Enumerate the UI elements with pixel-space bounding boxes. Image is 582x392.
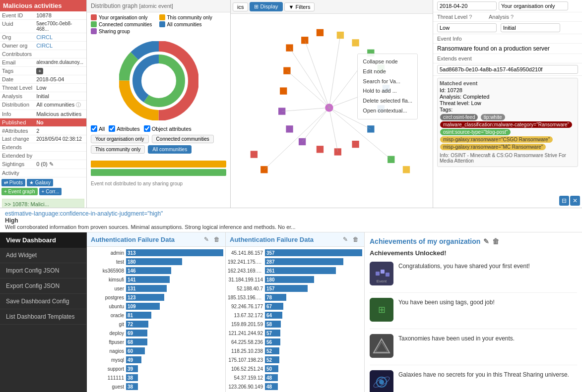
table-row: Distribution All communities ⓘ: [0, 101, 86, 110]
threat-input[interactable]: [437, 23, 497, 32]
prog-row-1: [91, 161, 226, 168]
table-row: Org CIRCL: [0, 33, 86, 42]
table-row: Activity: [0, 169, 86, 177]
close-button[interactable]: ✕: [570, 196, 580, 206]
context-item[interactable]: Open contextual...: [363, 106, 412, 116]
dist-atomic: [atomic event]: [139, 3, 173, 9]
display-button[interactable]: ⊞ Display: [250, 2, 282, 11]
sidebar-item-import-config[interactable]: Import Config JSON: [0, 263, 86, 279]
tags-badge[interactable]: +: [36, 68, 43, 74]
context-item[interactable]: Search for Va...: [363, 77, 412, 87]
sidebar-item-list-templates[interactable]: List Dashboard Templates: [0, 309, 86, 325]
checkbox-object-attributes[interactable]: Object attributes: [144, 125, 192, 132]
bar-value: 56: [266, 339, 272, 345]
list-item: 31.184.199.114 180: [228, 276, 362, 283]
filters-button[interactable]: ▼ Filters: [284, 2, 315, 11]
bar-fill: 48: [265, 374, 278, 381]
radio-this-community[interactable]: This community only: [91, 145, 145, 154]
delete-widget-left[interactable]: 🗑: [212, 235, 221, 243]
bar-label: ftpuser: [89, 339, 126, 345]
svg-rect-28: [251, 151, 258, 158]
edit-widget-left[interactable]: ✎: [202, 235, 210, 243]
bar-fill: 50: [265, 365, 278, 372]
event-info-label: Event Info: [437, 36, 477, 42]
event-info-value: Ransomware found on a production server: [437, 45, 550, 52]
bar-label: 123.206.90.149: [228, 384, 265, 390]
checkbox-attributes[interactable]: Attributes: [109, 125, 139, 132]
ics-button[interactable]: ics: [233, 2, 248, 11]
context-item[interactable]: Delete selected fla...: [363, 96, 412, 106]
event-achievement-icon: Event: [370, 262, 393, 285]
sidebar-item-export-config[interactable]: Export Config JSON: [0, 279, 86, 294]
radio-connected[interactable]: Connected communities: [152, 135, 214, 143]
sidebar-item-save-dashboard[interactable]: Save Dashboard Config: [0, 294, 86, 309]
bar-value: 67: [266, 304, 272, 309]
radio-all-communities[interactable]: All communities: [148, 145, 192, 154]
bar-outer: 157: [265, 285, 362, 292]
org-input[interactable]: [499, 1, 568, 10]
bar-outer: 261: [265, 267, 362, 274]
bar-outer: 48: [265, 383, 362, 390]
list-item: test 180: [89, 258, 223, 266]
svg-rect-7: [286, 44, 293, 51]
ach-edit-icon[interactable]: ✎: [483, 237, 489, 245]
bar-label: guest: [89, 384, 126, 390]
bar-label: nagios: [89, 348, 126, 354]
analysis-input[interactable]: [501, 23, 560, 32]
context-item[interactable]: Hold to add ...: [363, 86, 412, 96]
bar-fill: 39: [126, 365, 138, 372]
conf-line: estimative-language:confidence-in-analyt…: [5, 210, 577, 217]
legend-dot-orange: [159, 14, 165, 20]
context-item[interactable]: Edit node: [363, 67, 412, 77]
bar-value: 131: [128, 286, 136, 291]
sidebar: View Dashboard Add Widget Import Config …: [0, 232, 87, 392]
sidebar-item-add-widget[interactable]: Add Widget: [0, 248, 86, 263]
bar-fill: 49: [126, 356, 141, 363]
tag-achievement-icon: ⊞: [370, 298, 393, 322]
bar-value: 38: [128, 375, 133, 381]
dist-title: Distribution graph: [91, 2, 137, 9]
date-input[interactable]: [437, 1, 497, 10]
bar-fill: 64: [265, 312, 282, 319]
galaxy-button[interactable]: ★ Galaxy: [27, 179, 53, 186]
event-graph-button[interactable]: + Event graph: [1, 188, 38, 195]
ach-icon-event: Event: [370, 262, 393, 285]
bar-outer: 141: [126, 276, 223, 283]
pivots-button[interactable]: ⇄ Pivots: [1, 179, 25, 186]
svg-point-61: [379, 380, 384, 385]
list-item: guest 38: [89, 383, 223, 391]
list-item: nagios 60: [89, 347, 223, 355]
org-link[interactable]: CIRCL: [36, 34, 53, 40]
list-item: 111111 38: [89, 374, 223, 382]
prog-bar-outer-2: [91, 169, 226, 176]
edit-widget-right[interactable]: ✎: [341, 235, 349, 243]
bar-label: 64.225.58.236: [228, 339, 265, 345]
bar-fill: 67: [265, 303, 283, 310]
corr-button[interactable]: + Corr...: [39, 188, 62, 195]
ach-delete-icon[interactable]: 🗑: [492, 237, 499, 245]
bar-outer: 69: [126, 330, 223, 336]
bar-value: 50: [266, 366, 272, 372]
malicious-panel: Malicious activities Event ID 10878 Uuid…: [0, 0, 87, 208]
checkbox-all[interactable]: All: [91, 125, 105, 132]
bar-label: 192.241.175.115: [228, 259, 265, 265]
svg-line-30: [305, 40, 329, 108]
dist-radio-row: Your organisation only Connected communi…: [91, 135, 226, 143]
bar-fill: 48: [265, 383, 278, 390]
bar-outer: 64: [265, 312, 362, 319]
table-row: Owner org CIRCL: [0, 42, 86, 50]
delete-widget-right[interactable]: 🗑: [351, 235, 360, 243]
bar-label: postgres: [89, 295, 126, 300]
alert-text: >> 10878: Malici...: [4, 201, 49, 207]
bar-fill: 60: [126, 347, 145, 354]
threat-analysis-row: Threat Level ? Analysis ?: [433, 12, 582, 22]
radio-your-org[interactable]: Your organisation only: [91, 135, 149, 143]
description: Well corroborated information from prove…: [5, 224, 577, 230]
bar-label: 111111: [89, 375, 126, 381]
minimize-button[interactable]: ⊟: [559, 196, 569, 206]
context-item[interactable]: Collapse node: [363, 57, 412, 67]
edit-icon[interactable]: ✎: [49, 161, 54, 167]
auth-widget-left: Authentication Failure Data ✎ 🗑 admin 31…: [87, 232, 226, 392]
owner-org-link[interactable]: CIRCL: [36, 43, 53, 49]
extends-input[interactable]: [437, 65, 578, 74]
